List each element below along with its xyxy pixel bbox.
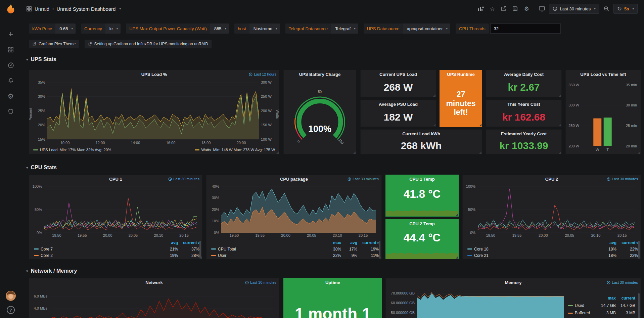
help-icon[interactable]: ? (7, 306, 15, 314)
time-range-label: Last 30 minutes (560, 6, 591, 11)
panel-title[interactable]: UPS Runtime (440, 70, 482, 79)
ups-load-chart[interactable]: 15%20%25%30%35%100 W150 W200 W250 W300 W… (34, 80, 274, 145)
create-plus-icon[interactable] (0, 27, 21, 42)
memory-chart[interactable]: 50.000000 GB60.000000 GB70.000000 GB (388, 288, 566, 318)
panel-title[interactable]: Network (29, 278, 279, 287)
dashboard-title[interactable]: Unraid System Dashboard (57, 6, 116, 12)
explore-compass-icon[interactable] (0, 57, 21, 73)
dashboards-icon[interactable] (0, 42, 21, 57)
time-range-picker[interactable]: Last 30 minutes ▾ (549, 4, 599, 14)
legend-sort-current[interactable]: current▾ (616, 240, 638, 245)
panel-title[interactable]: This Years Cost (486, 100, 561, 109)
cycle-view-tv-icon[interactable] (537, 4, 547, 14)
cpu2-chart[interactable]: 0%50%100%19:5019:5520:0020:0520:1020:15 (465, 184, 638, 238)
legend-series-color (467, 248, 472, 249)
legend-series-name[interactable]: User (211, 253, 322, 258)
var-value-dropdown[interactable]: kr▾ (105, 24, 121, 34)
panel-time-override[interactable]: Last 30 minutes (607, 280, 638, 284)
svg-text:15%: 15% (38, 137, 45, 141)
legend-scrollbar[interactable] (638, 293, 640, 318)
var-value-dropdown[interactable]: Telegraf▾ (331, 24, 358, 34)
var-value-dropdown[interactable]: 0.65▾ (55, 24, 76, 34)
link-ups-monitoring-guide[interactable]: Setting up Grafana and InfluxDB for UPS … (85, 40, 212, 48)
refresh-interval-label[interactable]: 5s (624, 6, 629, 11)
panel-time-override[interactable]: Last 12 hours (249, 72, 276, 76)
legend-scrollbar[interactable] (379, 241, 380, 258)
panel-title[interactable]: Current UPS Load (361, 70, 436, 79)
panel-title[interactable]: Estimated Yearly Cost (486, 130, 561, 138)
user-avatar[interactable] (6, 291, 16, 302)
svg-text:200 W: 200 W (261, 109, 272, 113)
refresh-picker[interactable]: ↻ 5s ▾ (613, 4, 638, 14)
panel-title[interactable]: Average Daily Cost (486, 70, 561, 79)
legend-sort-max[interactable]: max (322, 240, 341, 245)
panel-time-override[interactable]: Last 30 minutes (168, 177, 199, 181)
legend-series-name[interactable]: Core 7 (34, 247, 159, 252)
breadcrumb[interactable]: Unraid › Unraid System Dashboard ▾ (26, 6, 121, 12)
legend-sort-current[interactable]: current (616, 296, 635, 301)
row-header-network-memory[interactable]: ▾ Network / Memory (26, 267, 77, 275)
configuration-gear-icon[interactable]: ⚙ (0, 88, 21, 104)
var-ups-max-output[interactable]: UPS Max Output Power Capacity (Watt) 865… (126, 24, 229, 34)
legend-sort-current[interactable]: current▾ (357, 240, 379, 245)
var-value-dropdown[interactable]: Nostromo▾ (249, 24, 280, 34)
legend-sort-max[interactable]: max (596, 296, 616, 301)
link-grafana-plex-theme[interactable]: Grafana Plex Theme (29, 40, 79, 48)
panel-time-override[interactable]: Last 30 minutes (348, 177, 379, 181)
singlestat-value: kr 1033.99 (486, 138, 561, 153)
breadcrumb-folder[interactable]: Unraid (35, 6, 49, 12)
cpu1-chart[interactable]: 0%50%100%19:5019:5520:0020:0520:1020:15 (32, 184, 199, 238)
panel-title[interactable]: Average PSU Load (361, 100, 436, 109)
var-currency[interactable]: Currency kr▾ (81, 24, 121, 34)
legend-series-name[interactable]: Buffered (568, 311, 596, 315)
panel-title[interactable]: UPS Load % (29, 70, 279, 79)
legend-series-name[interactable]: Core 2 (34, 253, 159, 258)
legend-series-stats: Min: 148 W Max: 278 W Avg: 175 W (213, 148, 275, 152)
legend-scrollbar[interactable] (638, 241, 640, 258)
panel-title[interactable]: UPS Load vs Time left (566, 70, 641, 79)
grafana-logo[interactable] (5, 0, 17, 27)
row-header-ups-stats[interactable]: ▾ UPS Stats (26, 55, 56, 64)
cpu-threads-input[interactable] (490, 24, 561, 34)
add-panel-icon[interactable] (475, 4, 486, 14)
alerting-bell-icon[interactable] (0, 73, 21, 88)
legend-sort-avg[interactable]: avg (159, 240, 178, 245)
panel-time-override[interactable]: Last 30 minutes (607, 177, 638, 181)
legend-series-name[interactable]: Core 18 (467, 247, 598, 252)
cpu-package-chart[interactable]: 0%10%20%30%40%19:5019:5520:0020:0520:102… (209, 184, 379, 238)
legend-series-name[interactable]: Watts (201, 148, 211, 152)
legend-series-name[interactable]: UPS Load (40, 148, 57, 152)
panel-title[interactable]: Memory (386, 278, 641, 287)
legend-sort-avg[interactable]: avg (598, 240, 616, 245)
var-value-dropdown[interactable]: 865▾ (210, 24, 229, 34)
var-host[interactable]: host Nostromo▾ (234, 24, 280, 34)
legend-series-name[interactable]: Used (568, 303, 596, 308)
panel-title[interactable]: Current Load kWh (361, 130, 482, 138)
refresh-icon[interactable]: ↻ (617, 6, 622, 12)
legend-series-name[interactable]: CPU Total (211, 247, 322, 252)
var-value-dropdown[interactable]: apcupsd-container▾ (403, 24, 451, 34)
var-label: Currency (81, 24, 105, 34)
share-icon[interactable] (498, 4, 509, 14)
panel-title[interactable]: UPS Battery Charge (284, 70, 356, 79)
panel-title[interactable]: CPU 1 Temp (386, 175, 458, 184)
legend-series-name[interactable]: Core 21 (467, 253, 598, 258)
panel-title[interactable]: Uptime (284, 278, 382, 287)
star-icon[interactable]: ☆ (487, 4, 498, 14)
save-icon[interactable] (510, 4, 520, 14)
chevron-down-icon: ▾ (632, 7, 634, 10)
network-chart[interactable]: 2.0 MBs4.0 MBs6.0 MBs (32, 288, 276, 318)
legend-sort-avg[interactable]: avg (341, 240, 357, 245)
var-kwh-price[interactable]: kWh Price 0.65▾ (29, 24, 76, 34)
legend-scrollbar[interactable] (199, 241, 201, 258)
row-header-cpu-stats[interactable]: ▾ CPU Stats (26, 163, 57, 172)
zoom-out-icon[interactable] (601, 4, 612, 14)
legend-sort-current[interactable]: current▾ (178, 240, 199, 245)
panel-title[interactable]: CPU 2 Temp (386, 220, 458, 228)
panel-time-override[interactable]: Last 30 minutes (245, 280, 276, 284)
var-telegraf-datasource[interactable]: Telegraf Datasource Telegraf▾ (285, 24, 358, 34)
settings-gear-icon[interactable]: ⚙ (521, 4, 532, 14)
ups-bar-chart[interactable]: 200 W250 W300 W350 W20 min25 min30 min35… (567, 80, 639, 153)
admin-shield-icon[interactable] (0, 104, 21, 119)
var-ups-datasource[interactable]: UPS Datasource apcupsd-container▾ (364, 24, 450, 34)
